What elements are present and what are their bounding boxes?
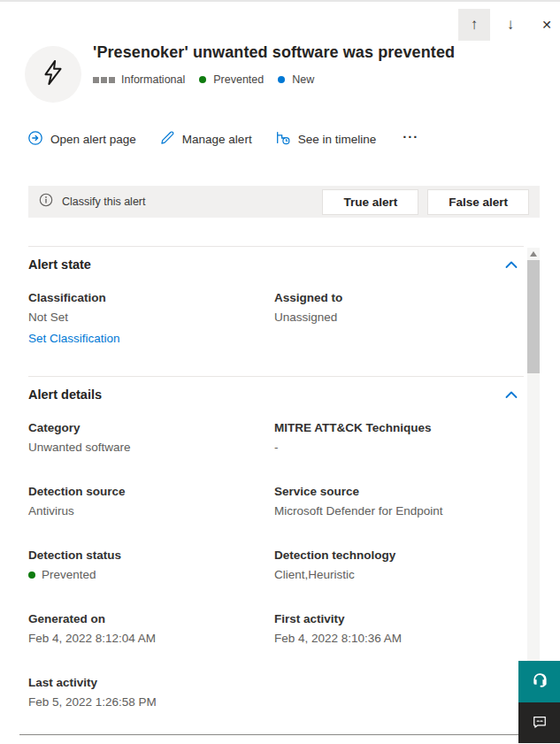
- assigned-to-label: Assigned to: [274, 291, 524, 304]
- alert-avatar: [25, 46, 81, 103]
- open-external-icon: [27, 130, 43, 149]
- manage-alert-label: Manage alert: [182, 133, 252, 146]
- info-icon: [39, 193, 53, 211]
- field-label: Detection source: [28, 485, 274, 498]
- classify-banner: Classify this alert True alert False ale…: [28, 186, 540, 218]
- feedback-button[interactable]: [518, 702, 560, 743]
- field-value: Microsoft Defender for Endpoint: [274, 504, 524, 518]
- first-activity-field: First activity Feb 4, 2022 8:10:36 AM: [274, 612, 524, 676]
- divider: [28, 246, 524, 247]
- previous-alert-button[interactable]: ↑: [458, 9, 490, 41]
- field-label: Category: [28, 421, 274, 434]
- false-alert-button[interactable]: False alert: [427, 189, 529, 215]
- detection-technology-field: Detection technology Client,Heuristic: [274, 548, 524, 612]
- new-dot-icon: [278, 76, 285, 83]
- set-classification-link[interactable]: Set Classification: [28, 332, 274, 345]
- detection-status-value: Prevented: [42, 568, 96, 581]
- classification-field: Classification Not Set Set Classificatio…: [28, 291, 274, 355]
- field-label: MITRE ATT&CK Techniques: [274, 421, 524, 434]
- severity-bars-icon: [93, 77, 115, 83]
- section-divider: [19, 734, 520, 735]
- close-icon: ✕: [541, 18, 552, 32]
- field-value: -: [274, 441, 524, 454]
- field-label: Detection status: [28, 548, 274, 562]
- field-value: Feb 4, 2022 8:12:04 AM: [28, 632, 274, 645]
- true-alert-button[interactable]: True alert: [322, 189, 418, 215]
- see-in-timeline-label: See in timeline: [298, 133, 377, 146]
- open-alert-page-button[interactable]: Open alert page: [27, 130, 136, 149]
- timeline-icon: [275, 130, 291, 149]
- page-title: 'Presenoker' unwanted software was preve…: [93, 43, 518, 62]
- alert-state-label: New: [292, 73, 314, 86]
- toolbar: Open alert page Manage alert See in time…: [27, 129, 422, 150]
- alert-details-grid: Category Unwanted software MITRE ATT&CK …: [28, 421, 524, 740]
- divider: [28, 376, 524, 377]
- see-in-timeline-button[interactable]: See in timeline: [275, 130, 377, 149]
- detection-source-field: Detection source Antivirus: [28, 485, 274, 548]
- alert-meta-row: Informational Prevented New: [93, 73, 314, 86]
- arrow-up-icon: ↑: [471, 16, 479, 34]
- field-value: Prevented: [28, 568, 274, 581]
- field-value: Unwanted software: [28, 441, 274, 454]
- scrollbar-thumb[interactable]: [527, 260, 540, 373]
- arrow-down-icon: ↓: [507, 16, 515, 34]
- lightning-icon: [39, 58, 67, 90]
- empty-cell: [274, 676, 524, 740]
- alert-details-section-title: Alert details: [28, 387, 102, 402]
- service-source-field: Service source Microsoft Defender for En…: [274, 485, 524, 548]
- field-label: First activity: [274, 612, 524, 625]
- field-label: Service source: [274, 485, 524, 498]
- window-controls: ↑ ↓ ✕: [458, 9, 560, 41]
- assigned-to-value: Unassigned: [274, 311, 524, 324]
- field-value: Client,Heuristic: [274, 568, 524, 581]
- detection-status-field: Detection status Prevented: [28, 548, 274, 612]
- feedback-bubble-icon: [531, 713, 548, 733]
- alert-flyout-panel: ↑ ↓ ✕ 'Presenoker' unwanted software was…: [0, 0, 560, 744]
- field-value: Antivirus: [28, 504, 274, 518]
- field-value: Feb 5, 2022 1:26:58 PM: [28, 695, 274, 709]
- collapse-alert-state-button[interactable]: [503, 259, 519, 272]
- prevented-dot-icon: [199, 76, 206, 83]
- last-activity-field: Last activity Feb 5, 2022 1:26:58 PM: [28, 676, 274, 740]
- more-actions-button[interactable]: ···: [399, 129, 422, 150]
- scrollbar-up-arrow-icon[interactable]: [530, 251, 537, 257]
- classify-label: Classify this alert: [62, 196, 145, 208]
- field-label: Generated on: [28, 612, 274, 625]
- chevron-up-icon: [504, 259, 518, 272]
- generated-on-field: Generated on Feb 4, 2022 8:12:04 AM: [28, 612, 274, 676]
- classification-value: Not Set: [28, 311, 274, 324]
- ellipsis-icon: ···: [403, 129, 418, 144]
- category-field: Category Unwanted software: [28, 421, 274, 485]
- support-button[interactable]: [518, 661, 560, 702]
- close-button[interactable]: ✕: [531, 9, 560, 41]
- alert-state-grid: Classification Not Set Set Classificatio…: [28, 291, 524, 355]
- next-alert-button[interactable]: ↓: [495, 9, 526, 41]
- mitre-techniques-field: MITRE ATT&CK Techniques -: [274, 421, 524, 485]
- field-label: Detection technology: [274, 548, 524, 562]
- severity-label: Informational: [121, 73, 185, 86]
- classification-label: Classification: [28, 291, 274, 304]
- open-alert-page-label: Open alert page: [50, 133, 136, 146]
- collapse-alert-details-button[interactable]: [503, 389, 519, 402]
- manage-alert-button[interactable]: Manage alert: [159, 130, 252, 149]
- chevron-up-icon: [504, 389, 518, 403]
- alert-state-section-title: Alert state: [28, 257, 91, 272]
- field-value: Feb 4, 2022 8:10:36 AM: [274, 632, 524, 645]
- headset-icon: [530, 671, 549, 693]
- detection-status-label: Prevented: [213, 73, 264, 86]
- field-label: Last activity: [28, 676, 274, 689]
- prevented-dot-icon: [28, 571, 35, 579]
- pencil-icon: [159, 130, 175, 149]
- assigned-to-field: Assigned to Unassigned: [274, 291, 524, 355]
